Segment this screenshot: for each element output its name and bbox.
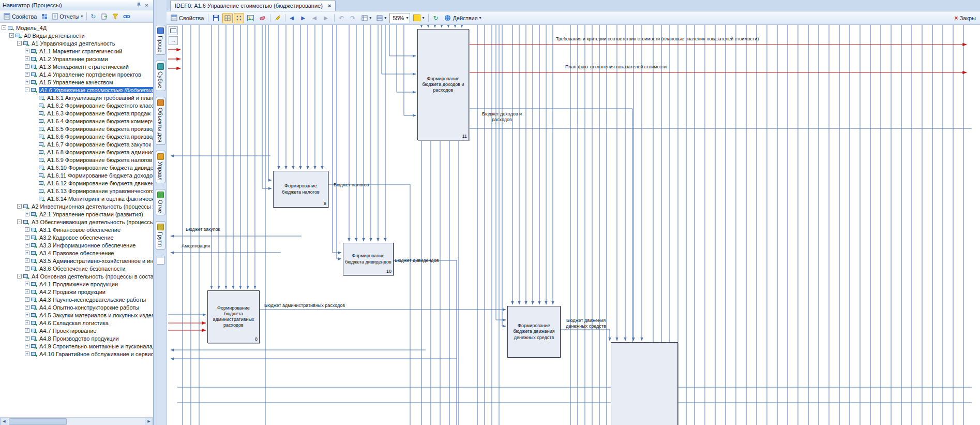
snap-toggle-button[interactable] — [234, 13, 244, 23]
tree-item[interactable]: А1.6.11 Формирование бюджета доходов и р — [0, 171, 153, 179]
expander-icon[interactable]: + — [25, 227, 29, 232]
tree-item[interactable]: А1.6.6 Формирование бюджета производств — [0, 133, 153, 140]
expander-icon[interactable]: + — [25, 320, 29, 325]
expander-icon[interactable]: + — [25, 212, 29, 216]
expander-icon[interactable]: + — [25, 243, 29, 247]
tree-item[interactable]: А1.6.7 Формирование бюджета закупок — [0, 140, 153, 148]
grid-toggle-button[interactable] — [222, 13, 233, 23]
tree-item[interactable]: + А3.4 Правовое обеспечение — [0, 249, 153, 257]
image-button[interactable] — [245, 13, 256, 23]
grid-view-button[interactable] — [39, 11, 50, 22]
tree-item[interactable]: + А1.3 Менеджмент стратегический — [0, 63, 153, 70]
tree-item[interactable]: + А4.5 Закупки материалов и покупных изд… — [0, 311, 153, 319]
tree-item[interactable]: А1.6.12 Формирование бюджета движения д — [0, 179, 153, 187]
eraser-button[interactable] — [257, 13, 268, 23]
tree-item[interactable]: + А1.2 Управление рисками — [0, 55, 153, 63]
document-tab[interactable]: IDEF0: А1.6 Управление стоимостью (бюдже… — [170, 0, 336, 11]
expander-icon[interactable]: + — [25, 344, 29, 348]
tree-item[interactable]: + А1.1 Маркетинг стратегический — [0, 47, 153, 55]
tree-item[interactable]: + А4.9 Строительно-монтажные и пусконала… — [0, 342, 153, 350]
expander-icon[interactable]: - — [9, 33, 14, 38]
nav-back-button[interactable]: ◀ — [288, 13, 298, 23]
tree-item[interactable]: А1.6.13 Формирование управленческого бал — [0, 187, 153, 195]
expander-icon[interactable]: + — [25, 64, 29, 69]
refresh-button[interactable]: ↻ — [88, 11, 99, 22]
tree-item[interactable]: + А3.3 Информационное обеспечение — [0, 241, 153, 249]
expander-icon[interactable]: + — [25, 56, 29, 61]
tree-item[interactable]: + А4.1 Продвижение продукции — [0, 280, 153, 288]
tree-item[interactable]: + А4.4 Опытно-конструкторские работы — [0, 303, 153, 311]
tree-item[interactable]: А1.6.2 Формирование бюджетного классифи — [0, 101, 153, 109]
tree-item[interactable]: - А3 Обеспечивающая деятельность (процес… — [0, 218, 153, 226]
tree-item[interactable]: + А1.4 Управление портфелем проектов — [0, 70, 153, 78]
tree-item[interactable]: А1.6.10 Формирование бюджета дивидендов — [0, 164, 153, 171]
tab-close-icon[interactable]: × — [328, 3, 331, 9]
expander-icon[interactable]: + — [25, 282, 29, 286]
expander-icon[interactable]: + — [25, 80, 29, 84]
dock-tab[interactable]: Групп — [156, 221, 165, 250]
save-button[interactable] — [210, 13, 221, 23]
link-button[interactable] — [121, 11, 132, 22]
expander-icon[interactable]: + — [25, 258, 29, 263]
expander-icon[interactable]: + — [25, 328, 29, 333]
expander-icon[interactable]: + — [25, 72, 29, 77]
function-box-dividend-budget[interactable]: Формирование бюджета дивидендов 10 — [343, 243, 394, 275]
tree-item[interactable]: - А4 Основная деятельность (процессы в с… — [0, 272, 153, 280]
expander-icon[interactable]: - — [17, 41, 22, 46]
expander-icon[interactable]: - — [2, 25, 6, 30]
close-icon[interactable]: × — [143, 2, 150, 9]
expander-icon[interactable]: + — [25, 305, 29, 310]
tree-item[interactable]: + А4.6 Складская логистика — [0, 319, 153, 327]
function-box-cashflow-budget[interactable]: Формирование бюджета движения денежных с… — [507, 306, 561, 358]
function-box-admin-budget[interactable]: Формирование бюджета административных ра… — [207, 290, 260, 343]
tree-item[interactable]: + А2.1 Управление проектами (развития) — [0, 210, 153, 218]
expander-icon[interactable]: + — [25, 313, 29, 317]
undo-button[interactable]: ↶ — [337, 13, 347, 23]
expander-icon[interactable]: + — [25, 289, 29, 294]
tree-item[interactable]: + А4.2 Продажи продукции — [0, 288, 153, 296]
dock-tab[interactable]: Субъе — [156, 61, 165, 91]
properties-button[interactable]: Свойства — [169, 13, 206, 23]
tree-item[interactable]: А1.6.5 Формирование бюджета производств — [0, 125, 153, 133]
dock-tab[interactable]: Отче — [156, 189, 165, 215]
tree-item[interactable]: - А1.6 Управление стоимостью (бюджетиров… — [0, 86, 153, 94]
function-box-revenue-budget[interactable]: Формирование бюджета доходов и расходов … — [417, 29, 469, 140]
scroll-left-icon[interactable]: ◀ — [0, 418, 8, 425]
scrollbar-thumb[interactable] — [9, 418, 67, 425]
pencil-button[interactable] — [273, 13, 283, 23]
tree-item[interactable]: А1.6.14 Мониторинг и оценка фактических … — [0, 195, 153, 202]
document-icon[interactable] — [157, 256, 164, 265]
tree-item[interactable]: А1.6.3 Формирование бюджета продаж — [0, 109, 153, 117]
expander-icon[interactable]: - — [25, 87, 29, 92]
function-box-partial[interactable] — [611, 342, 678, 425]
diagram-canvas[interactable]: Формирование бюджета доходов и расходов … — [167, 25, 980, 425]
expander-icon[interactable]: + — [25, 351, 29, 356]
tree-item[interactable]: А1.6.4 Формирование бюджета коммерчески — [0, 117, 153, 125]
expander-icon[interactable]: - — [17, 204, 22, 209]
expander-icon[interactable]: + — [25, 297, 29, 302]
expander-icon[interactable]: + — [25, 235, 29, 240]
tree-item[interactable]: - Модель_4Д — [0, 24, 153, 32]
tree-item[interactable]: - А1 Управляющая деятельность — [0, 39, 153, 47]
tree-item[interactable]: А1.6.1 Актуализация требований и плановы… — [0, 94, 153, 101]
expander-icon[interactable]: + — [25, 49, 29, 53]
prev-diagram-button[interactable]: ◀ — [310, 13, 321, 23]
pin-icon[interactable] — [135, 2, 143, 9]
expander-icon[interactable]: + — [25, 251, 29, 255]
close-diagram-button[interactable]: × Закры — [952, 13, 978, 23]
expander-icon[interactable]: + — [25, 266, 29, 271]
reports-button[interactable]: Отчеты ▾ — [50, 11, 85, 22]
dock-tab[interactable]: Проце — [156, 25, 165, 55]
tree-item[interactable]: А1.6.8 Формирование бюджета администрат — [0, 148, 153, 156]
tree-item[interactable]: + А4.7 Проектирование — [0, 327, 153, 334]
tree-item[interactable]: + А3.6 Обеспечение безопасности — [0, 265, 153, 272]
expander-icon[interactable]: - — [17, 219, 22, 224]
tree-item[interactable]: + А3.5 Административно-хозяйственное и и… — [0, 257, 153, 265]
navigator-hscrollbar[interactable]: ◀ ▶ — [0, 417, 153, 425]
tree-item[interactable]: + А3.2 Кадровое обеспечение — [0, 233, 153, 241]
function-box-tax-budget[interactable]: Формирование бюджета налогов 9 — [273, 171, 328, 208]
nav-forward-button[interactable]: ▶ — [299, 13, 309, 23]
next-diagram-button[interactable]: ▶ — [322, 13, 332, 23]
table-menu-button[interactable]: ▾ — [374, 13, 388, 23]
filter-button[interactable] — [110, 11, 120, 22]
